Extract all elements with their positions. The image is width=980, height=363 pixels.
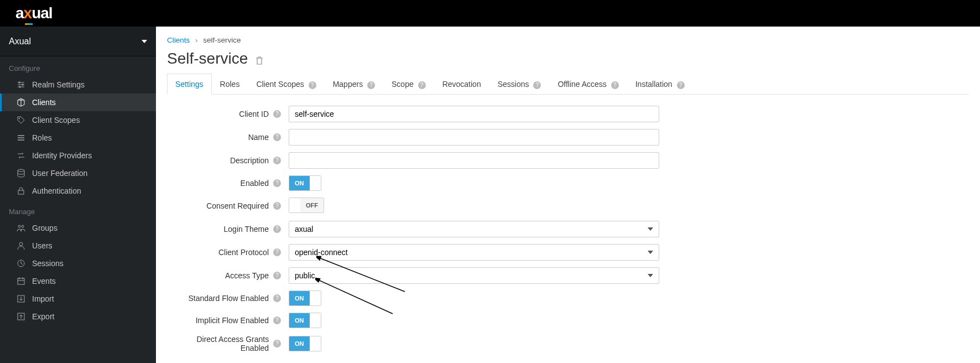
tab-mappers[interactable]: Mappers ? <box>325 74 383 95</box>
breadcrumb-root[interactable]: Clients <box>167 36 190 44</box>
toggle-implicit-flow[interactable]: ON OFF <box>289 313 321 328</box>
tab-scope[interactable]: Scope ? <box>383 74 434 95</box>
label-name: Name ? <box>167 133 289 142</box>
sidebar: Axual Configure Realm Settings Clients C… <box>0 27 156 363</box>
help-icon[interactable]: ? <box>367 81 375 89</box>
help-icon[interactable]: ? <box>418 81 426 89</box>
cube-icon <box>17 98 25 107</box>
help-icon[interactable]: ? <box>273 294 281 302</box>
help-icon[interactable]: ? <box>273 157 281 164</box>
label-text: Access Type <box>225 271 269 280</box>
sidebar-item-label: Identity Providers <box>32 151 92 160</box>
tab-settings[interactable]: Settings <box>167 74 212 95</box>
sidebar-item-roles[interactable]: Roles <box>0 129 156 147</box>
page-title: Self-service <box>167 50 248 68</box>
section-configure: Configure <box>0 56 156 76</box>
form-row-enabled: Enabled ? ON OFF <box>167 175 969 191</box>
toggle-consent-required[interactable]: ON OFF <box>289 198 324 213</box>
form-row-description: Description ? <box>167 152 969 169</box>
toggle-enabled[interactable]: ON OFF <box>289 175 321 191</box>
select-login-theme[interactable]: axual <box>289 221 659 237</box>
toggle-indicator <box>310 336 321 351</box>
svg-point-6 <box>18 225 20 227</box>
upload-icon <box>17 312 25 321</box>
label-text: Direct Access Grants Enabled <box>167 335 269 352</box>
logo: axual <box>15 4 53 22</box>
sidebar-item-sessions[interactable]: Sessions <box>0 255 156 272</box>
help-icon[interactable]: ? <box>273 225 281 233</box>
sidebar-item-user-federation[interactable]: User Federation <box>0 164 156 182</box>
input-client-id[interactable] <box>289 106 659 122</box>
help-icon[interactable]: ? <box>273 133 281 141</box>
tab-label: Offline Access <box>557 80 606 89</box>
calendar-icon <box>17 277 25 286</box>
label-implicit-flow: Implicit Flow Enabled ? <box>167 316 289 325</box>
toggle-standard-flow[interactable]: ON OFF <box>289 291 321 306</box>
help-icon[interactable]: ? <box>533 81 541 89</box>
tab-client-scopes[interactable]: Client Scopes ? <box>248 74 324 95</box>
help-icon[interactable]: ? <box>273 317 281 324</box>
sidebar-item-groups[interactable]: Groups <box>0 219 156 237</box>
tab-roles[interactable]: Roles <box>212 74 248 95</box>
trash-icon[interactable] <box>256 56 263 65</box>
toggle-indicator <box>310 176 321 190</box>
breadcrumb-current: self-service <box>203 36 241 44</box>
form-row-access-type: Access Type ? public <box>167 267 969 284</box>
form-row-consent-required: Consent Required ? ON OFF <box>167 198 969 214</box>
select-access-type[interactable]: public <box>289 267 659 284</box>
help-icon[interactable]: ? <box>273 340 281 348</box>
sidebar-item-realm-settings[interactable]: Realm Settings <box>0 76 156 94</box>
input-description[interactable] <box>289 152 659 169</box>
lock-icon <box>17 186 25 195</box>
help-icon[interactable]: ? <box>273 202 281 210</box>
help-icon[interactable]: ? <box>273 110 281 118</box>
tab-label: Revocation <box>442 80 481 89</box>
input-name[interactable] <box>289 129 659 146</box>
toggle-on-label: ON <box>289 313 310 328</box>
form-row-standard-flow: Standard Flow Enabled ? ON OFF <box>167 291 969 306</box>
realm-selector[interactable]: Axual <box>0 27 156 56</box>
sidebar-item-import[interactable]: Import <box>0 290 156 308</box>
toggle-indicator <box>289 198 300 212</box>
select-client-protocol[interactable]: openid-connect <box>289 244 659 261</box>
sidebar-item-label: Roles <box>32 133 52 142</box>
svg-point-4 <box>18 169 24 172</box>
tab-label: Installation <box>635 80 673 89</box>
realm-name: Axual <box>9 37 31 46</box>
sidebar-item-label: Clients <box>32 98 56 107</box>
logo-x: x <box>24 4 32 22</box>
tab-revocation[interactable]: Revocation <box>434 74 489 95</box>
help-icon[interactable]: ? <box>273 272 281 279</box>
sidebar-item-events[interactable]: Events <box>0 272 156 290</box>
help-icon[interactable]: ? <box>611 81 619 89</box>
sidebar-item-authentication[interactable]: Authentication <box>0 182 156 200</box>
tab-offline-access[interactable]: Offline Access ? <box>549 74 627 95</box>
form-row-name: Name ? <box>167 129 969 146</box>
sidebar-item-client-scopes[interactable]: Client Scopes <box>0 111 156 129</box>
sidebar-item-clients[interactable]: Clients <box>0 94 156 111</box>
tab-label: Settings <box>175 80 204 89</box>
label-client-id: Client ID ? <box>167 110 289 118</box>
label-enabled: Enabled ? <box>167 179 289 188</box>
form-row-implicit-flow: Implicit Flow Enabled ? ON OFF <box>167 313 969 328</box>
svg-rect-10 <box>18 278 24 284</box>
main-content: Clients › self-service Self-service Sett… <box>156 27 980 363</box>
label-consent-required: Consent Required ? <box>167 201 289 210</box>
help-icon[interactable]: ? <box>273 248 281 256</box>
clock-icon <box>17 259 25 268</box>
sidebar-item-export[interactable]: Export <box>0 308 156 325</box>
form-row-direct-access: Direct Access Grants Enabled ? ON OFF <box>167 335 969 352</box>
sidebar-item-users[interactable]: Users <box>0 237 156 255</box>
label-standard-flow: Standard Flow Enabled ? <box>167 294 289 303</box>
tab-sessions[interactable]: Sessions ? <box>489 74 550 95</box>
tags-icon <box>17 116 25 125</box>
tab-installation[interactable]: Installation ? <box>627 74 693 95</box>
toggle-direct-access[interactable]: ON OFF <box>289 336 321 351</box>
help-icon[interactable]: ? <box>309 81 316 89</box>
toggle-indicator <box>310 291 321 305</box>
sidebar-item-label: Client Scopes <box>32 116 80 125</box>
help-icon[interactable]: ? <box>273 179 281 187</box>
svg-point-7 <box>22 225 24 227</box>
sidebar-item-identity-providers[interactable]: Identity Providers <box>0 147 156 164</box>
help-icon[interactable]: ? <box>677 81 685 89</box>
